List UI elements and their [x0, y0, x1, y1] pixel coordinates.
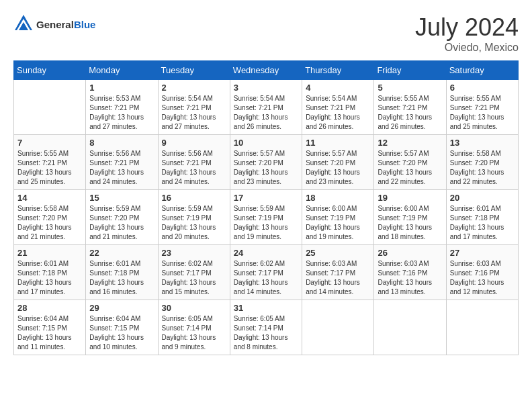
day-number: 16	[162, 193, 226, 203]
day-info: Sunrise: 6:01 AMSunset: 7:18 PMDaylight:…	[89, 259, 154, 297]
day-number: 3	[234, 83, 298, 93]
day-number: 18	[306, 193, 370, 203]
day-number: 17	[234, 193, 298, 203]
day-info: Sunrise: 6:04 AMSunset: 7:15 PMDaylight:…	[89, 314, 154, 352]
day-number: 11	[306, 138, 370, 148]
day-info: Sunrise: 5:54 AMSunset: 7:21 PMDaylight:…	[306, 94, 370, 132]
day-info: Sunrise: 6:05 AMSunset: 7:14 PMDaylight:…	[234, 314, 298, 352]
day-number: 8	[89, 138, 154, 148]
day-info: Sunrise: 5:59 AMSunset: 7:20 PMDaylight:…	[89, 204, 154, 242]
logo-blue: Blue	[74, 19, 96, 30]
calendar-day-cell: 11Sunrise: 5:57 AMSunset: 7:20 PMDayligh…	[302, 135, 374, 190]
calendar-day-cell: 20Sunrise: 6:01 AMSunset: 7:18 PMDayligh…	[446, 190, 518, 245]
day-info: Sunrise: 5:54 AMSunset: 7:21 PMDaylight:…	[234, 94, 298, 132]
day-info: Sunrise: 5:59 AMSunset: 7:19 PMDaylight:…	[162, 204, 226, 242]
weekday-header-cell: Tuesday	[158, 61, 230, 80]
calendar-day-cell: 14Sunrise: 5:58 AMSunset: 7:20 PMDayligh…	[14, 190, 86, 245]
calendar-day-cell: 19Sunrise: 6:00 AMSunset: 7:19 PMDayligh…	[374, 190, 446, 245]
day-number: 12	[378, 138, 442, 148]
day-number: 13	[450, 138, 515, 148]
day-info: Sunrise: 6:02 AMSunset: 7:17 PMDaylight:…	[162, 259, 226, 297]
logo: GeneralBlue	[13, 13, 95, 36]
calendar-week-row: 7Sunrise: 5:55 AMSunset: 7:21 PMDaylight…	[14, 135, 519, 190]
calendar-table: SundayMondayTuesdayWednesdayThursdayFrid…	[13, 60, 519, 355]
day-info: Sunrise: 5:55 AMSunset: 7:21 PMDaylight:…	[17, 149, 82, 187]
title-block: July 2024 Oviedo, Mexico	[415, 13, 519, 54]
day-number: 14	[17, 193, 82, 203]
day-info: Sunrise: 5:57 AMSunset: 7:20 PMDaylight:…	[378, 149, 442, 187]
calendar-day-cell: 29Sunrise: 6:04 AMSunset: 7:15 PMDayligh…	[86, 300, 158, 355]
day-info: Sunrise: 5:55 AMSunset: 7:21 PMDaylight:…	[450, 94, 515, 132]
calendar-day-cell: 16Sunrise: 5:59 AMSunset: 7:19 PMDayligh…	[158, 190, 230, 245]
day-info: Sunrise: 6:03 AMSunset: 7:16 PMDaylight:…	[378, 259, 442, 297]
calendar-day-cell: 30Sunrise: 6:05 AMSunset: 7:14 PMDayligh…	[158, 300, 230, 355]
day-info: Sunrise: 5:53 AMSunset: 7:21 PMDaylight:…	[89, 94, 154, 132]
day-info: Sunrise: 5:57 AMSunset: 7:20 PMDaylight:…	[234, 149, 298, 187]
calendar-day-cell: 28Sunrise: 6:04 AMSunset: 7:15 PMDayligh…	[14, 300, 86, 355]
calendar-day-cell: 7Sunrise: 5:55 AMSunset: 7:21 PMDaylight…	[14, 135, 86, 190]
day-number: 30	[162, 303, 226, 313]
calendar-day-cell: 22Sunrise: 6:01 AMSunset: 7:18 PMDayligh…	[86, 245, 158, 300]
weekday-header-cell: Friday	[374, 61, 446, 80]
calendar-day-cell: 23Sunrise: 6:02 AMSunset: 7:17 PMDayligh…	[158, 245, 230, 300]
day-number: 5	[378, 83, 442, 93]
day-info: Sunrise: 5:54 AMSunset: 7:21 PMDaylight:…	[162, 94, 226, 132]
calendar-week-row: 14Sunrise: 5:58 AMSunset: 7:20 PMDayligh…	[14, 190, 519, 245]
day-number: 15	[89, 193, 154, 203]
day-info: Sunrise: 5:58 AMSunset: 7:20 PMDaylight:…	[17, 204, 82, 242]
day-number: 10	[234, 138, 298, 148]
weekday-header-cell: Thursday	[302, 61, 374, 80]
calendar-day-cell: 9Sunrise: 5:56 AMSunset: 7:21 PMDaylight…	[158, 135, 230, 190]
logo-icon	[13, 13, 34, 34]
weekday-header-cell: Monday	[86, 61, 158, 80]
calendar-day-cell	[446, 300, 518, 355]
month-year-title: July 2024	[415, 13, 519, 42]
calendar-week-row: 21Sunrise: 6:01 AMSunset: 7:18 PMDayligh…	[14, 245, 519, 300]
calendar-day-cell: 3Sunrise: 5:54 AMSunset: 7:21 PMDaylight…	[230, 80, 302, 135]
calendar-day-cell: 5Sunrise: 5:55 AMSunset: 7:21 PMDaylight…	[374, 80, 446, 135]
day-info: Sunrise: 6:00 AMSunset: 7:19 PMDaylight:…	[378, 204, 442, 242]
day-number: 19	[378, 193, 442, 203]
day-number: 2	[162, 83, 226, 93]
day-info: Sunrise: 6:03 AMSunset: 7:17 PMDaylight:…	[306, 259, 370, 297]
calendar-body: 1Sunrise: 5:53 AMSunset: 7:21 PMDaylight…	[14, 80, 519, 355]
day-number: 22	[89, 248, 154, 258]
calendar-day-cell: 17Sunrise: 5:59 AMSunset: 7:19 PMDayligh…	[230, 190, 302, 245]
calendar-day-cell: 26Sunrise: 6:03 AMSunset: 7:16 PMDayligh…	[374, 245, 446, 300]
day-number: 20	[450, 193, 515, 203]
calendar-day-cell: 21Sunrise: 6:01 AMSunset: 7:18 PMDayligh…	[14, 245, 86, 300]
calendar-day-cell: 15Sunrise: 5:59 AMSunset: 7:20 PMDayligh…	[86, 190, 158, 245]
calendar-day-cell: 27Sunrise: 6:03 AMSunset: 7:16 PMDayligh…	[446, 245, 518, 300]
calendar-day-cell: 13Sunrise: 5:58 AMSunset: 7:20 PMDayligh…	[446, 135, 518, 190]
calendar-day-cell: 24Sunrise: 6:02 AMSunset: 7:17 PMDayligh…	[230, 245, 302, 300]
day-info: Sunrise: 6:00 AMSunset: 7:19 PMDaylight:…	[306, 204, 370, 242]
calendar-day-cell: 6Sunrise: 5:55 AMSunset: 7:21 PMDaylight…	[446, 80, 518, 135]
day-number: 6	[450, 83, 515, 93]
day-number: 29	[89, 303, 154, 313]
calendar-day-cell: 1Sunrise: 5:53 AMSunset: 7:21 PMDaylight…	[86, 80, 158, 135]
location-subtitle: Oviedo, Mexico	[415, 42, 519, 54]
calendar-day-cell: 4Sunrise: 5:54 AMSunset: 7:21 PMDaylight…	[302, 80, 374, 135]
calendar-day-cell: 10Sunrise: 5:57 AMSunset: 7:20 PMDayligh…	[230, 135, 302, 190]
calendar-day-cell: 18Sunrise: 6:00 AMSunset: 7:19 PMDayligh…	[302, 190, 374, 245]
day-number: 31	[234, 303, 298, 313]
calendar-day-cell: 25Sunrise: 6:03 AMSunset: 7:17 PMDayligh…	[302, 245, 374, 300]
day-number: 24	[234, 248, 298, 258]
calendar-day-cell: 8Sunrise: 5:56 AMSunset: 7:21 PMDaylight…	[86, 135, 158, 190]
calendar-day-cell	[302, 300, 374, 355]
day-number: 25	[306, 248, 370, 258]
calendar-day-cell: 12Sunrise: 5:57 AMSunset: 7:20 PMDayligh…	[374, 135, 446, 190]
day-info: Sunrise: 5:55 AMSunset: 7:21 PMDaylight:…	[378, 94, 442, 132]
calendar-day-cell	[374, 300, 446, 355]
calendar-week-row: 1Sunrise: 5:53 AMSunset: 7:21 PMDaylight…	[14, 80, 519, 135]
day-info: Sunrise: 6:04 AMSunset: 7:15 PMDaylight:…	[17, 314, 82, 352]
day-info: Sunrise: 5:57 AMSunset: 7:20 PMDaylight:…	[306, 149, 370, 187]
day-number: 26	[378, 248, 442, 258]
calendar-day-cell: 31Sunrise: 6:05 AMSunset: 7:14 PMDayligh…	[230, 300, 302, 355]
day-info: Sunrise: 5:56 AMSunset: 7:21 PMDaylight:…	[89, 149, 154, 187]
day-number: 28	[17, 303, 82, 313]
weekday-header-cell: Saturday	[446, 61, 518, 80]
day-number: 7	[17, 138, 82, 148]
logo-general: General	[36, 19, 74, 30]
calendar-week-row: 28Sunrise: 6:04 AMSunset: 7:15 PMDayligh…	[14, 300, 519, 355]
